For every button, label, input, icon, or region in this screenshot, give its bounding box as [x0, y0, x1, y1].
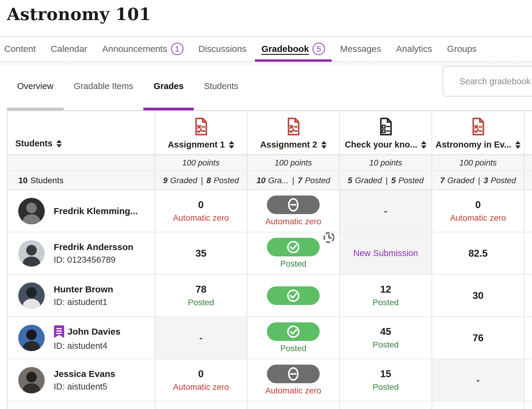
avatar: [18, 240, 45, 267]
grade-cell[interactable]: 15 Posted: [340, 359, 432, 402]
sort-icon[interactable]: [56, 140, 62, 148]
grade-status: Posted: [188, 298, 214, 307]
nav-tab-analytics[interactable]: Analytics: [396, 37, 432, 61]
table-row: Fredrik Klemming... 0 Automatic zero Aut…: [7, 190, 532, 232]
nav-tab-content[interactable]: Content: [4, 37, 36, 61]
sort-icon[interactable]: [321, 141, 327, 149]
grade-cell[interactable]: [247, 275, 340, 317]
circle-check-icon: [286, 324, 300, 339]
sort-icon[interactable]: [515, 141, 521, 149]
student-name: Hunter Brown: [54, 284, 113, 294]
posted-pill[interactable]: [267, 322, 320, 341]
grade-status: Automatic zero: [265, 217, 321, 226]
column-header-partial: [525, 111, 532, 155]
grade-cell[interactable]: 30: [432, 275, 525, 317]
student-name: Jessica Evans: [54, 369, 115, 379]
nav-tab-announcements[interactable]: Announcements 1: [102, 37, 184, 61]
sort-icon[interactable]: [229, 141, 234, 149]
student-id: ID: 0123456789: [54, 255, 133, 265]
student-cell[interactable]: Jessica Evans ID: aistudent5: [7, 359, 155, 402]
student-count: 10Students: [7, 172, 155, 190]
course-nav: Content Calendar Announcements 1 Discuss…: [0, 36, 532, 62]
posted-pill[interactable]: [267, 286, 320, 305]
grade-status: Posted: [372, 382, 399, 392]
avatar: [18, 367, 45, 393]
table-header-row: Students Assignment 1 Assignment 2 Check…: [7, 111, 532, 155]
grade-cell[interactable]: 12 Posted: [340, 275, 432, 317]
grades-tab-indicator: [143, 108, 194, 110]
quiz-icon: [378, 118, 393, 136]
column-header-assignment-2[interactable]: Assignment 2: [247, 111, 340, 155]
grade-status: Automatic zero: [450, 213, 506, 223]
table-row: John Davies ID: aistudent4 - Posted 45 P…: [7, 317, 532, 359]
column-header-astronomy-in-everyday[interactable]: Astronomy in Ev...: [432, 111, 525, 155]
students-column-header[interactable]: Students: [7, 111, 155, 155]
assignment-icon: [194, 118, 208, 136]
grade-cell[interactable]: 78 Posted: [155, 275, 247, 317]
grade-cell[interactable]: -: [432, 359, 525, 402]
grade-cell[interactable]: Automatic zero: [247, 359, 340, 402]
points-assignment-2: 100 points: [247, 155, 340, 172]
circle-minus-icon: [286, 367, 300, 381]
grades-table: Students Assignment 1 Assignment 2 Check…: [7, 110, 532, 409]
grade-cell[interactable]: 45 Posted: [340, 317, 432, 359]
announcements-count-badge: 1: [171, 43, 184, 55]
student-cell[interactable]: Fredrik Andersson ID: 0123456789: [7, 232, 155, 275]
grade-status: Posted: [280, 344, 306, 353]
tab-students[interactable]: Students: [194, 62, 248, 110]
sort-icon[interactable]: [421, 141, 426, 149]
active-tab-indicator: [255, 59, 332, 62]
nav-tab-messages[interactable]: Messages: [340, 37, 381, 61]
grade-cell[interactable]: 82.5: [432, 232, 525, 275]
posted-pill[interactable]: [267, 238, 320, 256]
student-cell[interactable]: Hunter Brown ID: aistudent1: [7, 275, 155, 317]
student-cell[interactable]: John Davies ID: aistudent4: [7, 317, 155, 359]
stats-row: 10Students 9Graded | 8Posted 10Gra... | …: [7, 172, 532, 190]
tab-gradable-items[interactable]: Gradable Items: [64, 62, 143, 110]
grade-cell[interactable]: 0 Automatic zero: [155, 190, 247, 232]
new-submission-link[interactable]: New Submission: [353, 248, 418, 258]
nav-tab-calendar[interactable]: Calendar: [51, 37, 87, 61]
gradebook-search: [443, 66, 532, 97]
grade-cell[interactable]: 35: [155, 232, 247, 275]
tab-grades[interactable]: Grades: [143, 62, 194, 110]
grade-cell[interactable]: New Submission: [340, 232, 432, 275]
column-header-check-your-knowledge[interactable]: Check your kno...: [340, 111, 432, 155]
nav-tab-groups[interactable]: Groups: [447, 37, 477, 61]
student-name: Fredrik Klemming...: [54, 206, 138, 216]
course-title: Astronomy 101: [7, 4, 532, 24]
points-check-your-knowledge: 10 points: [340, 155, 432, 172]
stats-assignment-1: 9Graded | 8Posted: [155, 172, 247, 190]
student-name: Fredrik Andersson: [54, 242, 133, 252]
stats-assignment-2: 10Gra... | 7Posted: [247, 172, 340, 190]
stats-check-your-knowledge: 5Graded | 5Posted: [340, 172, 432, 190]
circle-minus-icon: [286, 198, 300, 212]
column-header-assignment-1[interactable]: Assignment 1: [155, 111, 247, 155]
grade-cell[interactable]: 0 Automatic zero: [155, 359, 247, 402]
grade-status: Posted: [372, 340, 399, 350]
points-astronomy-in-everyday: 100 points: [432, 155, 525, 172]
grade-status: Automatic zero: [173, 382, 229, 392]
grade-cell[interactable]: Posted: [247, 317, 340, 359]
nav-tab-gradebook[interactable]: Gradebook 5: [262, 37, 325, 61]
grade-cell[interactable]: Posted: [247, 232, 340, 275]
circle-check-icon: [286, 240, 300, 254]
automatic-zero-pill[interactable]: [267, 196, 320, 214]
grade-cell[interactable]: -: [340, 190, 432, 232]
assignment-icon: [471, 118, 485, 136]
grade-status: Posted: [280, 259, 306, 269]
tab-overview[interactable]: Overview: [7, 62, 64, 110]
nav-tab-discussions[interactable]: Discussions: [199, 37, 247, 61]
grade-cell[interactable]: 76: [432, 317, 525, 359]
page-header: Astronomy 101: [0, 0, 532, 36]
search-input[interactable]: [459, 76, 532, 86]
grade-cell[interactable]: 0 Automatic zero: [432, 190, 525, 232]
grade-cell[interactable]: Automatic zero: [247, 190, 340, 232]
student-cell[interactable]: Fredrik Klemming...: [7, 190, 155, 232]
gradebook-count-badge: 5: [312, 43, 325, 55]
student-id: ID: aistudent5: [54, 382, 115, 392]
grade-cell[interactable]: -: [155, 317, 247, 359]
points-assignment-1: 100 points: [155, 155, 247, 172]
overview-tab-indicator: [7, 108, 64, 110]
automatic-zero-pill[interactable]: [267, 365, 320, 383]
